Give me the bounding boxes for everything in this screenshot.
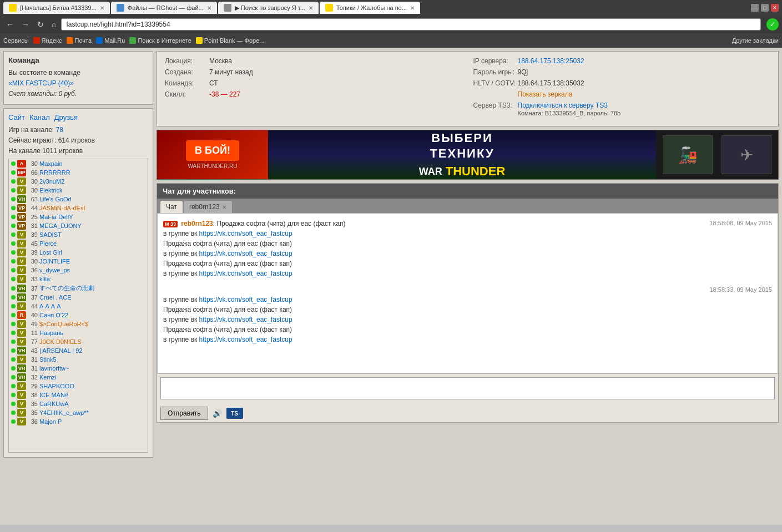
chat-msg-header-2: 18:58:33, 09 May 2015 [163,285,772,295]
player-name[interactable]: Life's GoOd [39,196,72,202]
player-name[interactable]: ICE MAN# [39,392,68,398]
player-badge: VH [17,347,26,354]
chat-tab-user[interactable]: reb0rn123 ✕ [184,201,232,213]
player-name[interactable]: $>ConQueRoR<$ [39,321,88,327]
player-level: 32 [28,374,38,381]
player-name[interactable]: Назрань [39,330,63,336]
player-name[interactable]: Саня О'22 [39,312,68,318]
channel-link-friends[interactable]: Друзья [54,113,78,121]
tab-label-4: Топики / Жалобы на по... [336,4,407,11]
player-name[interactable]: Elektrick [39,187,63,194]
channel-games-link[interactable]: 78 [56,126,63,134]
player-name[interactable]: JOINTLIFE [39,258,70,265]
created-label: Создана: [165,68,209,76]
tab-close-4[interactable]: ✕ [410,5,415,11]
player-name[interactable]: すべての生命の悲劇 [39,284,94,292]
player-badge: V [17,275,26,283]
tab-close-2[interactable]: ✕ [207,5,211,11]
player-name[interactable]: Majon P [39,418,62,425]
player-name[interactable]: J0CK D0NIELS [39,338,82,345]
address-bar[interactable]: fastcup.net/fight.html?id=13339554 [61,18,761,31]
other-bookmarks[interactable]: Другие закладки [732,37,779,44]
player-name[interactable]: 2v3nuM2 [39,178,64,185]
bookmark-yandex[interactable]: Яндекс [33,37,62,44]
player-level: 36 [28,418,38,425]
ad-banner[interactable]: В БОЙ! WARTHUNDER.RU ВЫБЕРИ ТЕХНИКУ WAR … [157,130,779,180]
tab-4[interactable]: Топики / Жалобы на по... ✕ [320,2,420,14]
tab-3[interactable]: ▶ Поиск по запросу Я т... ✕ [218,2,319,14]
maximize-button[interactable]: □ [761,4,769,12]
player-name[interactable]: v_dywe_ps [39,267,70,273]
player-badge: V [17,231,26,239]
player-item: V29SHAPKOOO [9,382,148,391]
player-level: 37 [28,285,38,292]
ad-battle-button[interactable]: В БОЙ! [186,140,239,161]
player-name[interactable]: SADIST [39,231,62,238]
channel-link-site[interactable]: Сайт [8,113,25,121]
greencheck-icon[interactable]: ✓ [766,18,779,31]
player-name[interactable]: Stink5 [39,356,57,363]
close-button[interactable]: ✕ [771,4,779,12]
tab-1[interactable]: [Началась] Битва #13339... ✕ [3,2,110,14]
player-name[interactable]: Cruel . ACE [39,294,71,301]
ip-value[interactable]: 188.64.175.138:25032 [518,57,584,65]
player-name[interactable]: | ARSENAL | 92 [39,347,82,354]
player-name[interactable]: JASMiN-dA-dEsI [39,205,85,211]
chat-link-1b[interactable]: https://vk.com/soft_eac_fastcup [199,250,292,257]
chat-link-2b[interactable]: https://vk.com/soft_eac_fastcup [199,316,292,323]
player-level: 43 [28,347,38,354]
ts3-connect-link[interactable]: Подключиться к серверу TS3 [518,102,608,109]
player-name[interactable]: MaFia`DellY [39,214,73,220]
team-box: Команда Вы состоите в команде «MIX FASTC… [3,51,153,105]
chat-msg-header-1: M 33 reb0rn123: Продажа софта (чита) для… [163,219,772,229]
online-dot [11,241,16,246]
page: Команда Вы состоите в команде «MIX FASTC… [0,48,782,525]
player-name[interactable]: Maxpain [39,160,63,167]
reload-button[interactable]: ↻ [34,19,47,30]
player-name[interactable]: Lost Girl [39,249,62,256]
created-value: 7 минут назад [209,68,253,76]
forward-button[interactable]: → [19,19,32,30]
mirror-link[interactable]: Показать зеркала [518,90,573,98]
player-name[interactable]: killa: [39,276,52,282]
chat-tab-chat[interactable]: Чат [160,201,183,213]
tab-2[interactable]: Файлы — RGhost — фай... ✕ [111,2,217,14]
bookmark-mailru-label: Mail.Ru [104,37,125,44]
chat-link-2a[interactable]: https://vk.com/soft_eac_fastcup [199,296,292,303]
player-name[interactable]: SHAPKOOO [39,383,74,389]
player-name[interactable]: Kemzi [39,374,57,381]
minimize-button[interactable]: — [751,4,759,12]
player-name[interactable]: lavmorftw~ [39,365,69,372]
send-button[interactable]: Отправить [160,407,208,420]
bookmark-pb[interactable]: Point Blank — Форе... [196,37,265,44]
bookmark-mailru[interactable]: Mail.Ru [96,37,125,44]
tab-label-3: ▶ Поиск по запросу Я т... [235,4,305,12]
player-name[interactable]: RRRRRRR [39,169,70,176]
channel-link-channel[interactable]: Канал [29,113,50,121]
sidebar: Команда Вы состоите в команде «MIX FASTC… [3,51,153,458]
bookmark-mail[interactable]: Почта [67,37,92,44]
bookmark-services[interactable]: Сервисы [3,37,29,44]
player-badge: MP [17,169,26,176]
home-button[interactable]: ⌂ [49,19,59,30]
player-name[interactable]: Pierce [39,240,57,247]
player-name[interactable]: MEGA_DJONY [39,222,82,229]
pb-icon [196,37,203,44]
speaker-icon: 🔊 [213,409,222,418]
player-name[interactable]: А А А А [39,303,61,310]
team-link[interactable]: «MIX FASTCUP (40)» [8,79,74,87]
chat-link-2c[interactable]: https://vk.com/soft_eac_fastcup [199,336,292,343]
back-button[interactable]: ← [3,19,17,30]
player-name[interactable]: Y4EHIIK_c_awp** [39,409,89,416]
tab-close-1[interactable]: ✕ [100,5,104,11]
chat-link-1c[interactable]: https://vk.com/soft_eac_fastcup [199,270,292,277]
channel-playing: 614 игроков [58,136,95,144]
player-name[interactable]: CaRKUwA [39,401,69,407]
chat-link-1a[interactable]: https://vk.com/soft_eac_fastcup [199,230,292,237]
tab-close-3[interactable]: ✕ [309,5,313,11]
chat-input[interactable] [160,377,775,399]
chat-username-1[interactable]: reb0rn123 [181,220,213,227]
teamspeak-icon[interactable]: TS [226,408,243,419]
bookmark-search[interactable]: Поиск в Интернете [129,37,191,44]
chat-tab-close[interactable]: ✕ [222,204,226,210]
